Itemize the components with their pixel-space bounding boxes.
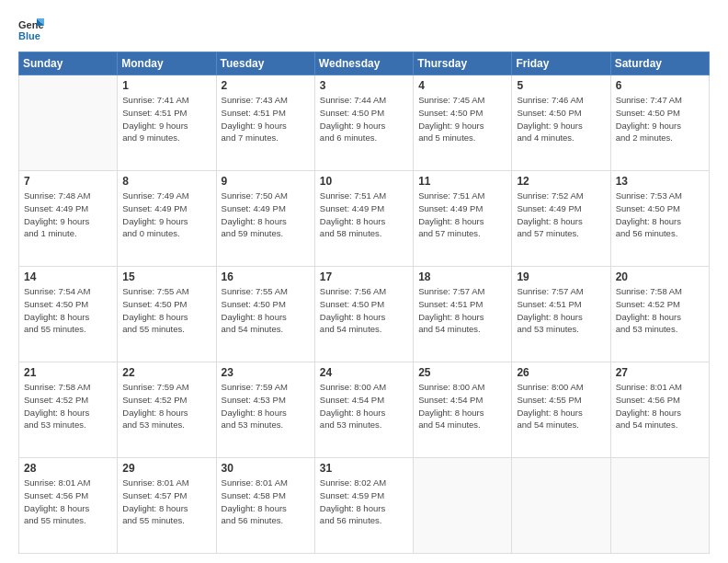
day-number: 17 bbox=[320, 270, 408, 283]
calendar-cell: 23Sunrise: 7:59 AM Sunset: 4:53 PM Dayli… bbox=[216, 362, 314, 458]
weekday-header-friday: Friday bbox=[512, 52, 610, 75]
logo-icon: General Blue bbox=[18, 17, 44, 42]
calendar-cell bbox=[19, 75, 118, 171]
calendar-cell: 11Sunrise: 7:51 AM Sunset: 4:49 PM Dayli… bbox=[414, 171, 512, 267]
day-number: 13 bbox=[616, 175, 704, 188]
day-info: Sunrise: 7:53 AM Sunset: 4:50 PM Dayligh… bbox=[616, 190, 704, 240]
day-number: 6 bbox=[616, 79, 704, 92]
weekday-header-wednesday: Wednesday bbox=[314, 52, 413, 75]
calendar-cell: 8Sunrise: 7:49 AM Sunset: 4:49 PM Daylig… bbox=[118, 171, 216, 267]
day-number: 31 bbox=[320, 462, 408, 475]
day-info: Sunrise: 8:02 AM Sunset: 4:59 PM Dayligh… bbox=[320, 477, 408, 527]
day-number: 10 bbox=[320, 175, 408, 188]
day-info: Sunrise: 7:43 AM Sunset: 4:51 PM Dayligh… bbox=[222, 94, 310, 144]
day-number: 1 bbox=[122, 79, 210, 92]
day-number: 16 bbox=[222, 270, 310, 283]
calendar-cell: 22Sunrise: 7:59 AM Sunset: 4:52 PM Dayli… bbox=[118, 362, 216, 458]
weekday-header-thursday: Thursday bbox=[414, 52, 512, 75]
day-info: Sunrise: 7:49 AM Sunset: 4:49 PM Dayligh… bbox=[122, 190, 210, 240]
calendar-cell: 10Sunrise: 7:51 AM Sunset: 4:49 PM Dayli… bbox=[314, 171, 413, 267]
calendar-cell: 16Sunrise: 7:55 AM Sunset: 4:50 PM Dayli… bbox=[216, 267, 314, 362]
weekday-header-monday: Monday bbox=[118, 52, 216, 75]
day-number: 7 bbox=[24, 175, 112, 188]
day-info: Sunrise: 8:01 AM Sunset: 4:58 PM Dayligh… bbox=[222, 477, 310, 527]
day-number: 20 bbox=[616, 270, 704, 283]
day-info: Sunrise: 7:47 AM Sunset: 4:50 PM Dayligh… bbox=[616, 94, 704, 144]
day-number: 25 bbox=[418, 366, 506, 379]
calendar-cell: 21Sunrise: 7:58 AM Sunset: 4:52 PM Dayli… bbox=[19, 362, 118, 458]
logo: General Blue bbox=[18, 17, 44, 42]
calendar-cell: 12Sunrise: 7:52 AM Sunset: 4:49 PM Dayli… bbox=[512, 171, 610, 267]
day-info: Sunrise: 8:00 AM Sunset: 4:54 PM Dayligh… bbox=[320, 381, 408, 431]
calendar-cell: 29Sunrise: 8:01 AM Sunset: 4:57 PM Dayli… bbox=[118, 458, 216, 554]
day-number: 30 bbox=[222, 462, 310, 475]
day-info: Sunrise: 7:41 AM Sunset: 4:51 PM Dayligh… bbox=[122, 94, 210, 144]
weekday-header-tuesday: Tuesday bbox=[216, 52, 314, 75]
day-info: Sunrise: 7:51 AM Sunset: 4:49 PM Dayligh… bbox=[418, 190, 506, 240]
calendar-cell: 3Sunrise: 7:44 AM Sunset: 4:50 PM Daylig… bbox=[314, 75, 413, 171]
day-number: 27 bbox=[616, 366, 704, 379]
day-info: Sunrise: 7:56 AM Sunset: 4:50 PM Dayligh… bbox=[320, 285, 408, 336]
svg-text:Blue: Blue bbox=[18, 30, 40, 41]
day-number: 4 bbox=[418, 79, 506, 92]
day-number: 24 bbox=[320, 366, 408, 379]
day-info: Sunrise: 7:59 AM Sunset: 4:52 PM Dayligh… bbox=[122, 381, 210, 431]
calendar-cell bbox=[512, 458, 610, 554]
calendar-cell: 1Sunrise: 7:41 AM Sunset: 4:51 PM Daylig… bbox=[118, 75, 216, 171]
day-number: 3 bbox=[320, 79, 408, 92]
day-info: Sunrise: 7:48 AM Sunset: 4:49 PM Dayligh… bbox=[24, 190, 112, 240]
calendar-cell: 7Sunrise: 7:48 AM Sunset: 4:49 PM Daylig… bbox=[19, 171, 118, 267]
calendar-cell: 24Sunrise: 8:00 AM Sunset: 4:54 PM Dayli… bbox=[314, 362, 413, 458]
calendar-cell: 31Sunrise: 8:02 AM Sunset: 4:59 PM Dayli… bbox=[314, 458, 413, 554]
day-info: Sunrise: 7:55 AM Sunset: 4:50 PM Dayligh… bbox=[222, 285, 310, 336]
day-number: 18 bbox=[418, 270, 506, 283]
day-number: 23 bbox=[222, 366, 310, 379]
calendar-cell: 13Sunrise: 7:53 AM Sunset: 4:50 PM Dayli… bbox=[610, 171, 709, 267]
day-number: 12 bbox=[517, 175, 605, 188]
day-info: Sunrise: 7:50 AM Sunset: 4:49 PM Dayligh… bbox=[222, 190, 310, 240]
day-number: 26 bbox=[517, 366, 605, 379]
calendar-cell: 28Sunrise: 8:01 AM Sunset: 4:56 PM Dayli… bbox=[19, 458, 118, 554]
day-info: Sunrise: 7:57 AM Sunset: 4:51 PM Dayligh… bbox=[517, 285, 605, 336]
day-info: Sunrise: 7:44 AM Sunset: 4:50 PM Dayligh… bbox=[320, 94, 408, 144]
calendar-cell: 27Sunrise: 8:01 AM Sunset: 4:56 PM Dayli… bbox=[610, 362, 709, 458]
day-info: Sunrise: 7:58 AM Sunset: 4:52 PM Dayligh… bbox=[24, 381, 112, 431]
calendar-cell: 25Sunrise: 8:00 AM Sunset: 4:54 PM Dayli… bbox=[414, 362, 512, 458]
day-info: Sunrise: 7:45 AM Sunset: 4:50 PM Dayligh… bbox=[418, 94, 506, 144]
day-info: Sunrise: 8:01 AM Sunset: 4:57 PM Dayligh… bbox=[122, 477, 210, 527]
day-number: 14 bbox=[24, 270, 112, 283]
day-info: Sunrise: 7:57 AM Sunset: 4:51 PM Dayligh… bbox=[418, 285, 506, 336]
day-number: 9 bbox=[222, 175, 310, 188]
calendar-cell: 5Sunrise: 7:46 AM Sunset: 4:50 PM Daylig… bbox=[512, 75, 610, 171]
calendar-cell: 2Sunrise: 7:43 AM Sunset: 4:51 PM Daylig… bbox=[216, 75, 314, 171]
day-info: Sunrise: 8:00 AM Sunset: 4:54 PM Dayligh… bbox=[418, 381, 506, 431]
day-number: 22 bbox=[122, 366, 210, 379]
calendar-cell: 4Sunrise: 7:45 AM Sunset: 4:50 PM Daylig… bbox=[414, 75, 512, 171]
day-info: Sunrise: 8:01 AM Sunset: 4:56 PM Dayligh… bbox=[616, 381, 704, 431]
calendar-cell: 17Sunrise: 7:56 AM Sunset: 4:50 PM Dayli… bbox=[314, 267, 413, 362]
weekday-header-saturday: Saturday bbox=[610, 52, 709, 75]
calendar-cell bbox=[414, 458, 512, 554]
day-number: 29 bbox=[122, 462, 210, 475]
day-info: Sunrise: 8:01 AM Sunset: 4:56 PM Dayligh… bbox=[24, 477, 112, 527]
calendar-cell: 9Sunrise: 7:50 AM Sunset: 4:49 PM Daylig… bbox=[216, 171, 314, 267]
calendar-cell: 6Sunrise: 7:47 AM Sunset: 4:50 PM Daylig… bbox=[610, 75, 709, 171]
calendar-cell: 19Sunrise: 7:57 AM Sunset: 4:51 PM Dayli… bbox=[512, 267, 610, 362]
day-info: Sunrise: 7:51 AM Sunset: 4:49 PM Dayligh… bbox=[320, 190, 408, 240]
day-info: Sunrise: 7:55 AM Sunset: 4:50 PM Dayligh… bbox=[122, 285, 210, 336]
day-info: Sunrise: 7:54 AM Sunset: 4:50 PM Dayligh… bbox=[24, 285, 112, 336]
day-number: 5 bbox=[517, 79, 605, 92]
day-info: Sunrise: 7:52 AM Sunset: 4:49 PM Dayligh… bbox=[517, 190, 605, 240]
page: General Blue SundayMondayTuesdayWednesda… bbox=[0, 0, 728, 563]
day-info: Sunrise: 7:46 AM Sunset: 4:50 PM Dayligh… bbox=[517, 94, 605, 144]
day-info: Sunrise: 8:00 AM Sunset: 4:55 PM Dayligh… bbox=[517, 381, 605, 431]
calendar-cell: 30Sunrise: 8:01 AM Sunset: 4:58 PM Dayli… bbox=[216, 458, 314, 554]
day-number: 21 bbox=[24, 366, 112, 379]
calendar-cell bbox=[610, 458, 709, 554]
day-info: Sunrise: 7:59 AM Sunset: 4:53 PM Dayligh… bbox=[222, 381, 310, 431]
day-number: 15 bbox=[122, 270, 210, 283]
day-number: 2 bbox=[222, 79, 310, 92]
day-number: 19 bbox=[517, 270, 605, 283]
calendar-cell: 20Sunrise: 7:58 AM Sunset: 4:52 PM Dayli… bbox=[610, 267, 709, 362]
day-info: Sunrise: 7:58 AM Sunset: 4:52 PM Dayligh… bbox=[616, 285, 704, 336]
